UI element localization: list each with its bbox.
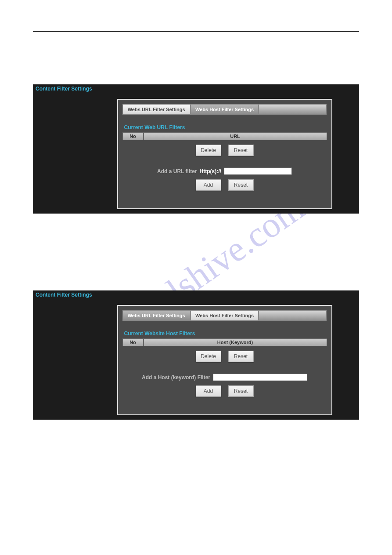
panel-title-2: Content Filter Settings [33,290,359,299]
add-button-2[interactable]: Add [196,385,221,397]
filter-table-header: No URL [122,132,327,140]
top-divider [33,31,359,32]
add-url-filter-row: Add a URL filter Http(s):// [122,167,327,175]
table-header-no-2: No [122,338,144,346]
content-filter-panel-host: Content Filter Settings Webs URL Filter … [33,290,359,420]
section-label-current-host-filters: Current Website Host Filters [124,330,327,337]
add-host-filter-button-row: Add Reset [122,385,327,397]
tab-blank [259,104,327,115]
panel-inner: Webs URL Filter Settings Webs Host Filte… [117,99,332,209]
tab-blank-2 [259,310,327,321]
panel-title: Content Filter Settings [33,84,359,93]
panel-inner-2: Webs URL Filter Settings Webs Host Filte… [117,305,332,415]
add-filter-button-row: Add Reset [122,179,327,191]
tab-bar-2: Webs URL Filter Settings Webs Host Filte… [122,310,327,321]
host-filter-button-row: Delete Reset [122,351,327,362]
tab-url-filter-2[interactable]: Webs URL Filter Settings [122,310,191,321]
filter-button-row: Delete Reset [122,145,327,156]
content-filter-panel-url: Content Filter Settings Webs URL Filter … [33,84,359,214]
delete-button-2[interactable]: Delete [196,351,221,362]
tab-url-filter[interactable]: Webs URL Filter Settings [122,104,191,115]
add-host-filter-label: Add a Host (keyword) Filter [142,374,210,381]
tab-bar: Webs URL Filter Settings Webs Host Filte… [122,104,327,115]
url-prefix-label: Http(s):// [200,168,221,174]
table-header-host: Host (Keyword) [144,338,327,346]
page-content: Content Filter Settings Webs URL Filter … [0,0,392,420]
tab-host-filter-2[interactable]: Webs Host Filter Settings [191,310,259,321]
reset-button-4[interactable]: Reset [228,385,254,397]
tab-host-filter[interactable]: Webs Host Filter Settings [191,104,259,115]
vertical-gap [33,214,359,290]
panel-divider [33,93,359,99]
table-header-no: No [122,132,144,140]
reset-button-3[interactable]: Reset [228,351,254,362]
add-button[interactable]: Add [196,179,221,191]
url-filter-input[interactable] [224,167,292,175]
add-url-filter-label: Add a URL filter [157,168,197,174]
panel-divider-2 [33,299,359,305]
delete-button[interactable]: Delete [196,145,221,156]
section-label-current-filters: Current Web URL Filters [124,124,327,131]
reset-button-2[interactable]: Reset [228,179,254,191]
table-header-url: URL [144,132,327,140]
host-filter-table-header: No Host (Keyword) [122,338,327,346]
reset-button[interactable]: Reset [228,145,254,156]
host-filter-input[interactable] [213,374,307,381]
add-host-filter-row: Add a Host (keyword) Filter [122,374,327,381]
